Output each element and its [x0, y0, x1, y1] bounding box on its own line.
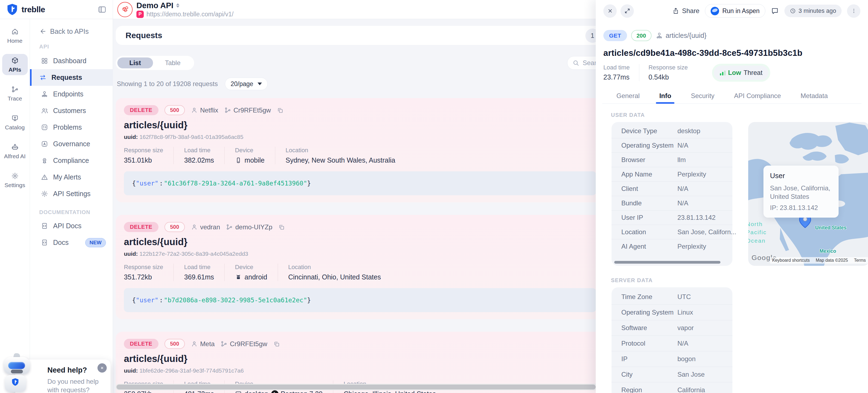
- trace-icon: [226, 223, 233, 231]
- trace-chip[interactable]: Cr9RFEt5gw: [221, 340, 267, 348]
- run-in-aspen-label: Run in Aspen: [722, 7, 760, 15]
- location-map[interactable]: North Pacific Ocean United States Mexico…: [748, 122, 868, 266]
- collapse-sidebar-icon[interactable]: [98, 5, 106, 14]
- terms-link[interactable]: Terms: [854, 258, 866, 263]
- sidebar-item[interactable]: Dashboard: [30, 53, 113, 69]
- table-row: Protocol N/A: [612, 336, 733, 351]
- help-close-button[interactable]: [97, 363, 107, 372]
- help-title: Need help?: [48, 366, 103, 374]
- rail-item[interactable]: Alfred AI: [2, 141, 28, 162]
- rail-item-label: Alfred AI: [4, 153, 26, 160]
- sidebar-item[interactable]: Docs NEW: [30, 234, 113, 251]
- rail-item[interactable]: Settings: [2, 170, 28, 191]
- sidebar-item[interactable]: Compliance: [30, 152, 113, 169]
- request-payload-json: {"user":"61c36f78-291a-3264-a761-9a8ef45…: [124, 171, 596, 195]
- kebab-icon: [851, 8, 857, 14]
- endpoint-title[interactable]: articles/{uuid}: [124, 236, 596, 247]
- help-mascot-image[interactable]: [2, 353, 34, 393]
- map-tooltip-location: San Jose, California, United States: [770, 184, 832, 201]
- map-label-ocean: North Pacific Ocean: [748, 220, 776, 245]
- trace-chip[interactable]: Cr9RFEt5gw: [224, 107, 271, 114]
- table-row: Bundle N/A: [612, 196, 733, 210]
- page-title: Requests: [116, 31, 162, 40]
- copy-icon[interactable]: [273, 341, 280, 347]
- detail-tab[interactable]: Info: [649, 88, 681, 103]
- endpoint-title[interactable]: articles/{uuid}: [124, 120, 596, 130]
- method-badge: GET: [603, 30, 627, 41]
- sidebar-item-label: Customers: [53, 107, 86, 115]
- table-scrollbar[interactable]: [614, 261, 720, 264]
- detail-tab[interactable]: Metadata: [791, 88, 838, 103]
- help-text: Do you need help with requests?: [48, 377, 103, 393]
- horizontal-scrollbar[interactable]: [116, 384, 603, 390]
- close-panel-button[interactable]: [603, 4, 617, 18]
- table-row: AI Agent Perplexity: [612, 239, 733, 253]
- request-list: DELETE 500 Netflix Cr9RFEt5gw articles/{…: [116, 98, 604, 393]
- sidebar-item[interactable]: Endpoints: [30, 86, 113, 102]
- rail-item[interactable]: Home: [2, 25, 28, 46]
- detail-tab[interactable]: API Compliance: [724, 88, 791, 103]
- endpoint-chip[interactable]: articles/{uuid}: [656, 32, 707, 39]
- table-row: City San Jose: [612, 367, 733, 382]
- scrollbar-thumb[interactable]: [117, 385, 596, 389]
- copy-icon[interactable]: [277, 107, 283, 114]
- per-page-select[interactable]: 20/page: [225, 78, 268, 90]
- rail-item[interactable]: APIs: [2, 54, 28, 75]
- comment-button[interactable]: [771, 7, 779, 15]
- detail-tabs: General Info Security API Compliance Met…: [602, 88, 862, 104]
- sidebar-item[interactable]: Problems: [30, 119, 113, 135]
- table-row: Browser llm: [612, 153, 733, 167]
- rail-item[interactable]: Trace: [2, 83, 28, 104]
- laravel-api-icon: [117, 2, 133, 17]
- sidebar-docs-items: API Docs Docs NEW: [30, 218, 113, 251]
- customer-chip[interactable]: Meta: [191, 340, 215, 348]
- expand-panel-button[interactable]: [621, 4, 634, 18]
- copy-icon[interactable]: [278, 224, 285, 231]
- request-title: articles/cd9be41a-498c-39dd-8ce5-49731b5…: [603, 48, 860, 58]
- stat-load-time: Load time 382.02ms: [184, 147, 225, 164]
- uuid-value: 162f78c8-9f7b-38af-9a61-01a395a6ac85: [140, 134, 243, 140]
- back-to-apis-link[interactable]: Back to APIs: [30, 26, 113, 37]
- back-to-apis-label: Back to APIs: [50, 28, 89, 35]
- aspen-logo-icon: [711, 7, 719, 15]
- request-card[interactable]: DELETE 500 vedran demo-UIYZp articles/{u…: [116, 215, 604, 319]
- map-tooltip: User San Jose, California, United States…: [764, 165, 839, 218]
- sidebar-item[interactable]: Requests: [30, 69, 113, 86]
- sidebar-item[interactable]: API Docs: [30, 218, 113, 234]
- sidebar-item[interactable]: API Settings: [30, 185, 113, 202]
- view-toggle-option[interactable]: List: [117, 57, 153, 68]
- rail-item[interactable]: Catalog: [2, 112, 28, 133]
- endpoint-title[interactable]: articles/{uuid}: [124, 353, 596, 364]
- rail-item-label: Settings: [5, 182, 25, 188]
- customer-chip[interactable]: Netflix: [191, 107, 218, 114]
- keyboard-shortcuts-link[interactable]: Keyboard shortcuts: [772, 258, 810, 263]
- trace-chip[interactable]: demo-UIYZp: [226, 223, 272, 231]
- table-row: Location San Jose, Californ...: [612, 225, 733, 239]
- request-card[interactable]: DELETE 500 Netflix Cr9RFEt5gw articles/{…: [116, 98, 604, 202]
- endpoint-icon: [656, 32, 663, 39]
- table-row: Device Type desktop: [612, 124, 733, 138]
- sidebar-item[interactable]: Governance: [30, 135, 113, 152]
- rail-item-label: Catalog: [5, 124, 25, 131]
- more-options-button[interactable]: [847, 4, 860, 18]
- api-switcher-caret-icon[interactable]: [176, 3, 179, 8]
- sidebar-item-label: Dashboard: [53, 57, 86, 65]
- view-toggle-option[interactable]: Table: [153, 57, 192, 68]
- uuid-label: uuid:: [124, 134, 138, 140]
- uuid-value: 1bfe62de-296a-31af-9e3f-774d5791c7a6: [140, 367, 244, 374]
- method-badge: DELETE: [124, 222, 158, 232]
- uuid-value: 122b127e-72a2-305c-8a39-a4c045a2edd3: [140, 250, 248, 257]
- detail-tab[interactable]: General: [607, 88, 649, 103]
- detail-tab[interactable]: Security: [681, 88, 724, 103]
- share-button[interactable]: Share: [672, 7, 700, 15]
- uuid-label: uuid:: [124, 367, 138, 374]
- sidebar-section-documentation: DOCUMENTATION: [30, 209, 113, 215]
- sidebar-item[interactable]: Customers: [30, 102, 113, 119]
- sidebar-item[interactable]: My Alerts: [30, 169, 113, 185]
- customer-chip[interactable]: vedran: [191, 223, 220, 231]
- sidebar-item-label: Problems: [53, 123, 82, 131]
- share-label: Share: [682, 7, 700, 15]
- server-data-heading: SERVER DATA: [611, 277, 860, 283]
- run-in-aspen-button[interactable]: Run in Aspen: [705, 4, 765, 18]
- api-title: Demo API: [136, 1, 174, 10]
